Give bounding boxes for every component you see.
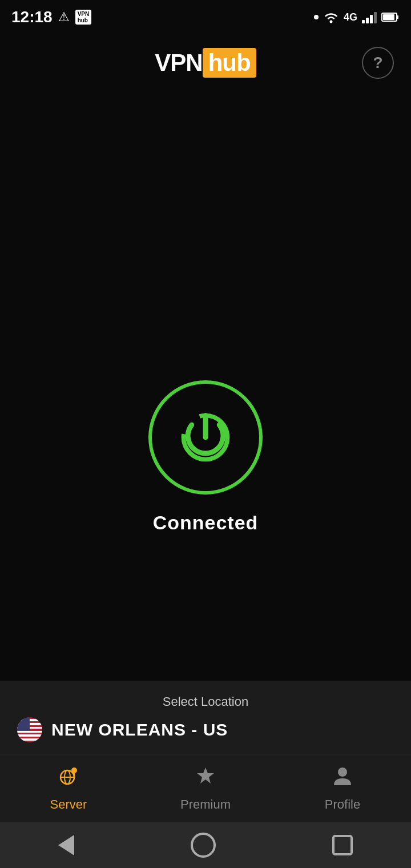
connection-status: Connected xyxy=(153,512,259,534)
dot-indicator xyxy=(314,15,319,19)
network-type: 4G xyxy=(344,11,357,23)
android-nav xyxy=(0,822,411,868)
status-time: 12:18 xyxy=(11,8,53,26)
profile-icon xyxy=(331,765,354,793)
recents-button[interactable] xyxy=(332,835,353,855)
profile-label: Profile xyxy=(325,797,360,812)
power-container: Connected xyxy=(148,380,263,534)
svg-point-9 xyxy=(71,767,77,773)
server-label: Server xyxy=(50,797,87,812)
svg-rect-2 xyxy=(397,15,398,19)
home-button[interactable] xyxy=(191,833,216,858)
location-row[interactable]: NEW ORLEANS - US xyxy=(17,717,394,742)
help-button[interactable]: ? xyxy=(362,47,394,79)
battery-icon xyxy=(381,11,400,23)
location-name: NEW ORLEANS - US xyxy=(51,720,228,740)
premium-label: Premium xyxy=(180,797,231,812)
help-icon: ? xyxy=(373,54,382,72)
status-left: 12:18 ⚠ VPN hub xyxy=(11,8,91,26)
premium-icon xyxy=(194,765,217,793)
main-content: Connected xyxy=(0,91,411,708)
nav-server[interactable]: Server xyxy=(0,765,137,812)
signal-bars xyxy=(362,11,377,23)
status-bar: 12:18 ⚠ VPN hub 4G xyxy=(0,0,411,34)
nav-premium[interactable]: Premium xyxy=(137,765,274,812)
svg-point-11 xyxy=(338,767,347,777)
status-right: 4G xyxy=(314,11,400,23)
logo-vpn-text: VPN xyxy=(155,49,202,77)
power-button[interactable] xyxy=(148,380,263,495)
server-icon xyxy=(57,765,80,793)
select-location-label: Select Location xyxy=(17,694,394,709)
nav-profile[interactable]: Profile xyxy=(274,765,411,812)
location-panel[interactable]: Select Location NEW ORLEANS - US xyxy=(0,681,411,754)
logo-hub-text: hub xyxy=(203,48,256,78)
bottom-nav: Server Premium Profile xyxy=(0,754,411,822)
us-flag xyxy=(17,717,42,742)
header: VPN hub ? xyxy=(0,34,411,91)
back-button[interactable] xyxy=(58,835,74,855)
svg-marker-10 xyxy=(197,767,214,783)
warning-icon: ⚠ xyxy=(58,10,70,25)
vpn-badge: VPN hub xyxy=(75,10,92,25)
svg-point-0 xyxy=(329,21,332,23)
wifi-icon xyxy=(323,11,339,23)
logo: VPN hub xyxy=(155,48,256,78)
power-icon xyxy=(174,406,237,469)
svg-rect-3 xyxy=(383,14,394,20)
